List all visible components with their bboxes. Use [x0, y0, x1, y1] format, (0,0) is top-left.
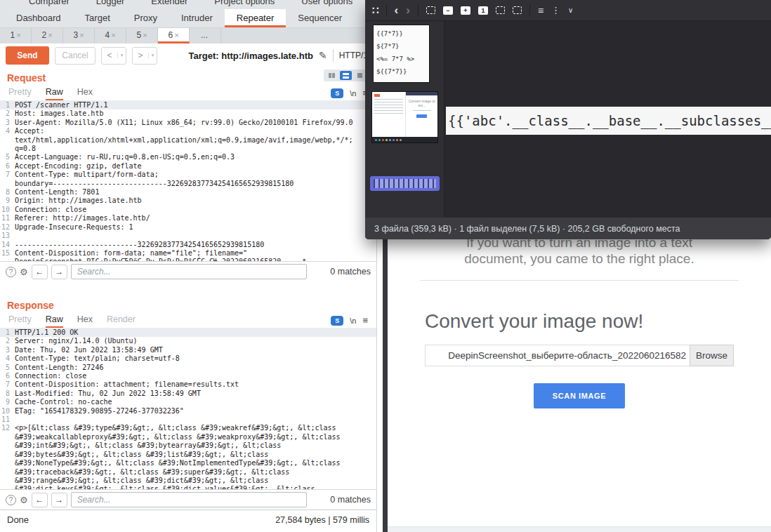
chevron-down-icon[interactable]: ▾	[117, 53, 126, 58]
response-view-tab[interactable]: Pretty	[8, 313, 32, 328]
horizontal-scrollbar[interactable]	[388, 526, 771, 532]
burp-main-tab[interactable]: Repeater	[225, 9, 286, 27]
repeater-tab[interactable]: 5×	[126, 28, 158, 44]
close-icon[interactable]: ×	[79, 31, 84, 39]
response-line: 11	[0, 415, 376, 424]
close-icon[interactable]: ×	[16, 31, 20, 39]
response-viewer[interactable]: 1HTTP/1.1 200 OK 2Server: nginx/1.14.0 (…	[0, 328, 376, 489]
forward-icon[interactable]: ›	[406, 4, 410, 16]
burp-top-tab[interactable]: User options	[288, 0, 366, 9]
layout-rows-button[interactable]	[340, 71, 352, 80]
burp-top-tab[interactable]: Extender	[138, 0, 201, 9]
more-options-icon[interactable]: ⋮	[551, 5, 560, 15]
repeater-tab[interactable]: 6×	[158, 28, 190, 44]
burp-content: ComparerLoggerExtenderProject optionsUse…	[0, 0, 377, 532]
thumbnail-selected-strip[interactable]	[370, 176, 440, 191]
send-button[interactable]: Send	[6, 46, 49, 65]
syntax-highlight-icon[interactable]: S	[331, 316, 343, 326]
history-forward-button[interactable]: >▾	[132, 47, 157, 65]
line-text: Last-Modified: Thu, 02 Jun 2022 13:58:49…	[15, 390, 201, 398]
help-icon[interactable]: ?	[6, 267, 16, 277]
zoom-in-icon[interactable]: +	[461, 6, 470, 15]
fullscreen-icon[interactable]	[496, 6, 505, 14]
viewer-toolbar: ∷ ‹ › − + 1 ≡ ⋮ ∨	[365, 0, 771, 21]
file-input[interactable]: DeepinScreenshot_выберите-область_202206…	[425, 345, 690, 366]
request-line: 8Content-Length: 7801	[0, 188, 376, 197]
scan-image-button[interactable]: SCAN IMAGE	[534, 383, 625, 408]
gear-icon[interactable]: ⚙	[20, 267, 28, 277]
zoom-out-icon[interactable]: −	[443, 6, 453, 15]
burp-main-tab[interactable]: Proxy	[122, 9, 169, 27]
cancel-button[interactable]: Cancel	[55, 47, 95, 65]
payload-line: {{7*7}}	[376, 27, 426, 40]
next-match-button[interactable]: →	[51, 493, 67, 507]
response-title: Response	[0, 295, 376, 311]
viewer-body: {{7*7}}${7*7}<%= 7*7 %>${{7*7}} Convert …	[365, 21, 771, 218]
close-icon[interactable]: ×	[48, 31, 52, 39]
burp-main-tab[interactable]: Target	[73, 9, 122, 27]
syntax-highlight-icon[interactable]: S	[331, 88, 343, 98]
repeater-tab[interactable]: 4×	[95, 28, 126, 44]
repeater-tab[interactable]: 3×	[63, 28, 95, 44]
layout-columns-button[interactable]	[326, 71, 338, 80]
response-line: &#39;NoneType&#39;&gt;, &lt;class &#39;N…	[0, 459, 376, 467]
burp-top-tab[interactable]: Comparer	[15, 0, 83, 9]
thumbnail-screenshot[interactable]: Convert image to tex...	[371, 91, 438, 143]
request-line: 10Connection: close	[0, 206, 376, 214]
close-icon[interactable]: ×	[174, 31, 178, 39]
repeater-tab[interactable]: 1×	[0, 28, 32, 44]
response-tab-icons: S \n ≡	[331, 315, 368, 326]
repeater-tab[interactable]: ...	[190, 28, 221, 44]
prev-match-button[interactable]: ←	[32, 265, 48, 279]
close-icon[interactable]: ×	[143, 31, 147, 39]
chevron-down-icon[interactable]: ▾	[148, 53, 157, 58]
line-text: Content-Length: 27246	[15, 364, 103, 372]
next-match-button[interactable]: →	[51, 265, 67, 279]
mini-blue-button	[416, 114, 427, 118]
burp-main-tab[interactable]: Sequencer	[286, 9, 354, 27]
request-search-input[interactable]	[71, 264, 307, 279]
gear-icon[interactable]: ⚙	[20, 495, 28, 505]
response-view-tab[interactable]: Raw	[46, 313, 63, 328]
browse-button[interactable]: Browse	[690, 345, 734, 366]
thumbnail-payload-text[interactable]: {{7*7}}${7*7}<%= 7*7 %>${{7*7}}	[373, 25, 430, 83]
prev-match-button[interactable]: ←	[32, 493, 48, 507]
panel-menu-icon[interactable]: ≡	[362, 315, 368, 326]
back-icon[interactable]: ‹	[395, 4, 399, 16]
request-view-tab[interactable]: Raw	[46, 86, 63, 100]
request-line: 4Accept:	[0, 127, 376, 135]
payload-line: ${7*7}	[376, 40, 426, 53]
repeater-tab[interactable]: 2×	[32, 28, 63, 44]
burp-main-tab[interactable]: Intruder	[169, 9, 225, 27]
panel-splitter[interactable]	[0, 281, 376, 295]
request-line: 13	[0, 232, 376, 240]
http-version-selector[interactable]: HTTP/1	[339, 51, 368, 60]
fit-frame-icon[interactable]	[426, 6, 435, 14]
chevron-down-icon[interactable]: ∨	[568, 6, 573, 14]
response-line: &#39;weakcallableproxy&#39;&gt;, &lt;cla…	[0, 433, 376, 441]
layout-single-button[interactable]	[354, 71, 366, 80]
help-icon[interactable]: ?	[6, 495, 16, 505]
show-newlines-icon[interactable]: \n	[350, 317, 356, 325]
response-view-tab[interactable]: Render	[107, 313, 136, 328]
fit-window-icon[interactable]	[513, 6, 522, 14]
line-text: DeepinScreenshot_РІС‹Р±РµСЂРёС‚Рµ-РѕР±Р»…	[15, 258, 306, 261]
list-view-icon[interactable]: ≡	[538, 5, 543, 16]
apps-grid-icon[interactable]: ∷	[372, 4, 378, 17]
edit-target-icon[interactable]: ✎	[319, 50, 327, 61]
burp-main-tab[interactable]: Dashboard	[4, 9, 73, 27]
divider	[333, 49, 334, 62]
burp-top-tab[interactable]: Logger	[83, 0, 138, 9]
request-view-tab[interactable]: Hex	[77, 86, 93, 100]
close-icon[interactable]: ×	[111, 31, 115, 39]
request-editor[interactable]: 1POST /scanner HTTP/1.1 2Host: images.la…	[0, 100, 376, 261]
show-newlines-icon[interactable]: \n	[350, 89, 356, 98]
line-number	[0, 433, 15, 441]
response-view-tab[interactable]: Hex	[77, 313, 93, 328]
burp-top-tab[interactable]: Project options	[201, 0, 288, 9]
actual-size-icon[interactable]: 1	[478, 6, 488, 15]
request-view-tab[interactable]: Pretty	[8, 86, 32, 100]
history-back-button[interactable]: <▾	[101, 47, 126, 65]
viewer-preview-area[interactable]: {{'abc'.__class__.__base__.__subclasses_…	[444, 21, 771, 218]
response-search-input[interactable]	[71, 492, 307, 507]
